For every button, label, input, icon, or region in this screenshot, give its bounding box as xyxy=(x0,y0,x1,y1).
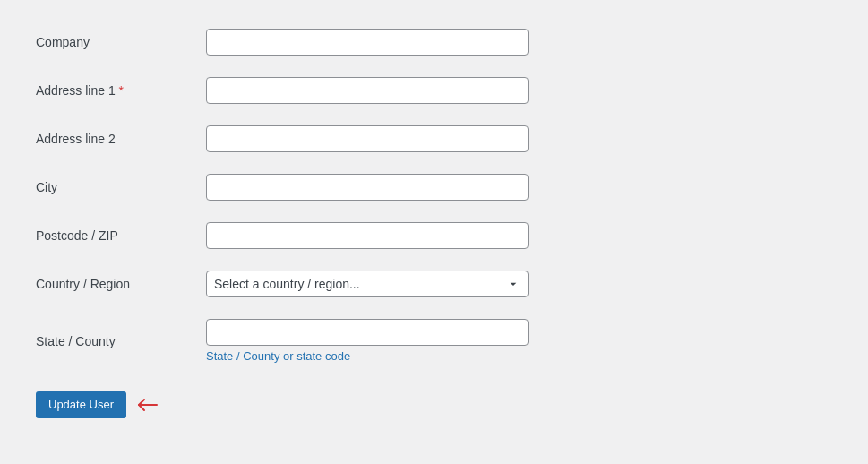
state-label: State / County xyxy=(36,334,116,348)
country-select[interactable]: Select a country / region... United Stat… xyxy=(206,271,529,297)
form-actions: Update User xyxy=(27,374,841,427)
address-line-1-label: Address line 1 * xyxy=(36,83,124,98)
arrow-indicator-icon xyxy=(137,397,159,413)
postcode-label: Postcode / ZIP xyxy=(36,228,118,243)
postcode-input[interactable] xyxy=(206,222,529,249)
country-row: Country / Region Select a country / regi… xyxy=(27,260,841,308)
state-input[interactable] xyxy=(206,319,529,346)
state-row: State / County State / County or state c… xyxy=(27,308,841,374)
company-label: Company xyxy=(36,35,90,49)
address-line-2-row: Address line 2 xyxy=(27,115,841,163)
city-label: City xyxy=(36,180,57,194)
city-row: City xyxy=(27,163,841,211)
address-line-1-input[interactable] xyxy=(206,77,529,104)
country-label: Country / Region xyxy=(36,277,130,291)
update-user-button[interactable]: Update User xyxy=(36,391,126,418)
company-row: Company xyxy=(27,18,841,66)
required-star: * xyxy=(119,83,124,98)
postcode-row: Postcode / ZIP xyxy=(27,211,841,260)
billing-form: Company Address line 1 * Address line 2 xyxy=(27,18,841,374)
company-input[interactable] xyxy=(206,29,529,56)
state-hint: State / County or state code xyxy=(206,349,832,363)
city-input[interactable] xyxy=(206,174,529,201)
address-line-2-label: Address line 2 xyxy=(36,132,116,146)
address-line-2-input[interactable] xyxy=(206,125,529,152)
address-line-1-row: Address line 1 * xyxy=(27,66,841,115)
